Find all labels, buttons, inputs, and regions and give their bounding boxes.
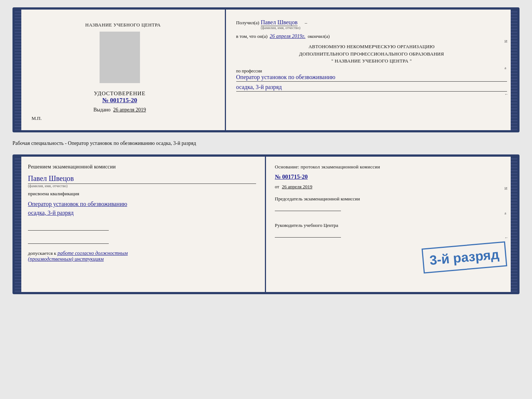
document-card-2: Решением экзаменационной комиссии Павел …	[12, 154, 520, 294]
qual-line2: осадка, 3-й разряд	[28, 209, 256, 217]
org-line2: ДОПОЛНИТЕЛЬНОГО ПРОФЕССИОНАЛЬНОГО ОБРАЗО…	[236, 50, 507, 58]
person-name: Павел Швецов	[28, 174, 256, 184]
predsedatel: Председатель экзаменационной комиссии	[275, 196, 508, 211]
side-mark-left-2: ←	[504, 235, 508, 240]
predsedatel-sig-line	[275, 204, 341, 211]
side-marks-2: И а ←	[504, 186, 508, 240]
doc1-left: НАЗВАНИЕ УЧЕБНОГО ЦЕНТРА УДОСТОВЕРЕНИЕ №…	[15, 10, 226, 130]
doc1-right: Получил(а) Павел Швецов (фамилия, имя, о…	[226, 10, 517, 130]
stamp-text: 3-й разряд	[429, 247, 500, 268]
cert-issued: Выдано 26 апреля 2019	[93, 107, 146, 113]
qual-line1: Оператор установок по обезвоживанию	[28, 200, 256, 209]
doc1-center-title: НАЗВАНИЕ УЧЕБНОГО ЦЕНТРА	[79, 22, 161, 28]
razryad-text: осадка, 3-й разряд	[236, 84, 507, 92]
vtom-prefix: в том, что он(а)	[236, 33, 268, 39]
document-card-1: НАЗВАНИЕ УЧЕБНОГО ЦЕНТРА УДОСТОВЕРЕНИЕ №…	[12, 7, 520, 132]
side-marks: И а ←	[504, 39, 508, 96]
predsedatel-label: Председатель экзаменационной комиссии	[275, 196, 508, 202]
fio-label-1: (фамилия, имя, отчество)	[261, 26, 301, 30]
doc2-right: Основание: протокол экзаменационной коми…	[266, 157, 517, 292]
person-block: Павел Швецов (фамилия, имя, отчество)	[28, 174, 256, 188]
org-line3: " НАЗВАНИЕ УЧЕБНОГО ЦЕНТРА "	[236, 57, 507, 65]
org-text: АВТОНОМНУЮ НЕКОММЕРЧЕСКУЮ ОРГАНИЗАЦИЮ ДО…	[236, 43, 507, 65]
doc2-left: Решением экзаменационной комиссии Павел …	[15, 157, 266, 292]
dopusk-prefix: допускается к	[28, 250, 56, 256]
photo-placeholder	[100, 32, 140, 83]
sig-line-2	[28, 236, 109, 244]
prisvoena-text: присвоена квалификация	[28, 191, 256, 197]
sig-line-1	[28, 223, 109, 231]
po-professii: по профессии	[236, 68, 507, 74]
rukovoditel-label: Руководитель учебного Центра	[275, 222, 508, 229]
side-mark-a: а	[504, 65, 508, 70]
cert-number: № 001715-20	[94, 97, 145, 104]
side-mark-a-2: а	[504, 211, 508, 215]
issued-label: Выдано	[93, 107, 111, 113]
komissia-title: Решением экзаменационной комиссии	[28, 164, 256, 170]
org-line1: АВТОНОМНУЮ НЕКОММЕРЧЕСКУЮ ОРГАНИЗАЦИЮ	[236, 43, 507, 50]
protocol-number: № 001715-20	[275, 174, 508, 180]
vtom-line: в том, что он(а) 26 апреля 2019г. окончи…	[236, 33, 507, 39]
fio-label-2: (фамилия, имя, отчество)	[28, 184, 256, 188]
rukovoditel-sig-line	[275, 230, 341, 238]
qual-block: Оператор установок по обезвоживанию осад…	[28, 200, 256, 217]
cert-label: УДОСТОВЕРЕНИЕ	[94, 90, 145, 97]
osnovaniye: Основание: протокол экзаменационной коми…	[275, 164, 508, 170]
side-mark-i: И	[504, 39, 508, 43]
received-prefix: Получил(а)	[236, 20, 259, 26]
page-wrapper: НАЗВАНИЕ УЧЕБНОГО ЦЕНТРА УДОСТОВЕРЕНИЕ №…	[12, 7, 520, 294]
rukovoditel: Руководитель учебного Центра	[275, 222, 508, 238]
dash-1: –	[305, 20, 308, 26]
ot-date: 26 апреля 2019	[282, 184, 312, 189]
side-mark-i-2: И	[504, 186, 508, 190]
specialty-note: Рабочая специальность - Оператор установ…	[12, 139, 520, 148]
dopuskaetsya: допускается к работе согласно должностны…	[28, 250, 256, 262]
po-professii-block: по профессии Оператор установок по обезв…	[236, 68, 507, 92]
received-name: Павел Швецов	[261, 19, 298, 26]
vtom-suffix: окончил(а)	[308, 33, 330, 39]
issued-date: 26 апреля 2019	[113, 107, 146, 113]
side-mark-left: ←	[504, 92, 508, 96]
profession-text: Оператор установок по обезвоживанию	[236, 74, 507, 82]
mp-label: М.П.	[25, 115, 42, 121]
vtom-date: 26 апреля 2019г.	[270, 33, 305, 39]
ot-prefix: от	[275, 184, 279, 189]
ot-date-line: от 26 апреля 2019	[275, 184, 508, 190]
received-line: Получил(а) Павел Швецов (фамилия, имя, о…	[236, 16, 507, 30]
